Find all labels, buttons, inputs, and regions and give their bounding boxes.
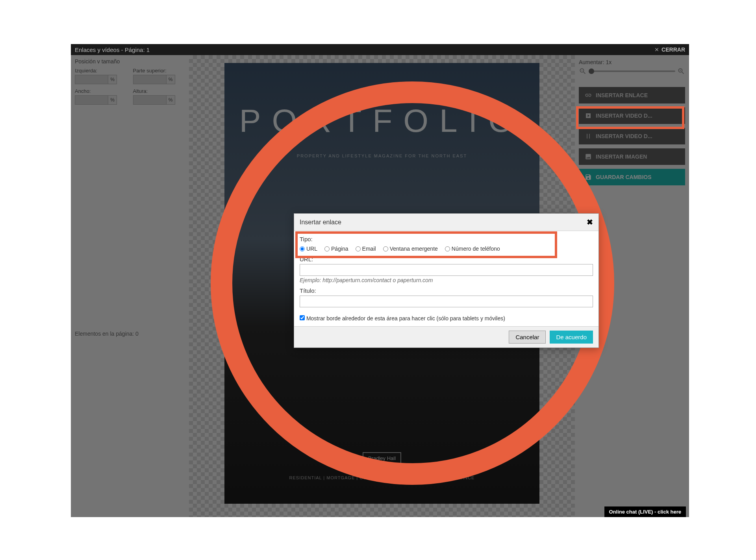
url-label: URL:	[300, 256, 593, 262]
tipo-label: Tipo:	[300, 236, 593, 242]
border-checkbox[interactable]: Mostrar borde alrededor de esta área par…	[300, 315, 505, 322]
insert-link-dialog: Insertar enlace ✖ Tipo: URL Página Email…	[294, 213, 599, 348]
radio-pagina[interactable]: Página	[324, 246, 348, 252]
url-input[interactable]	[300, 264, 593, 276]
dialog-title: Insertar enlace	[300, 219, 341, 226]
radio-telefono[interactable]: Número de teléfono	[445, 246, 500, 252]
url-hint: Ejemplo: http://paperturn.com/contact o …	[300, 277, 593, 283]
radio-url[interactable]: URL	[300, 246, 317, 252]
header-bar: Enlaces y vídeos - Página: 1 CERRAR	[71, 44, 689, 55]
titulo-input[interactable]	[300, 296, 593, 307]
ok-button[interactable]: De acuerdo	[550, 331, 593, 344]
close-label: CERRAR	[662, 46, 685, 53]
dialog-close-button[interactable]: ✖	[587, 218, 593, 227]
radio-email[interactable]: Email	[356, 246, 376, 252]
app-frame: Enlaces y vídeos - Página: 1 CERRAR Posi…	[71, 44, 689, 517]
chat-widget[interactable]: Online chat (LIVE) - click here	[604, 506, 686, 517]
cancel-button[interactable]: Cancelar	[509, 331, 546, 344]
close-button[interactable]: CERRAR	[654, 46, 685, 53]
radio-ventana[interactable]: Ventana emergente	[383, 246, 438, 252]
close-icon	[654, 47, 660, 52]
titulo-label: Título:	[300, 287, 593, 294]
header-title: Enlaces y vídeos - Página: 1	[75, 46, 150, 53]
